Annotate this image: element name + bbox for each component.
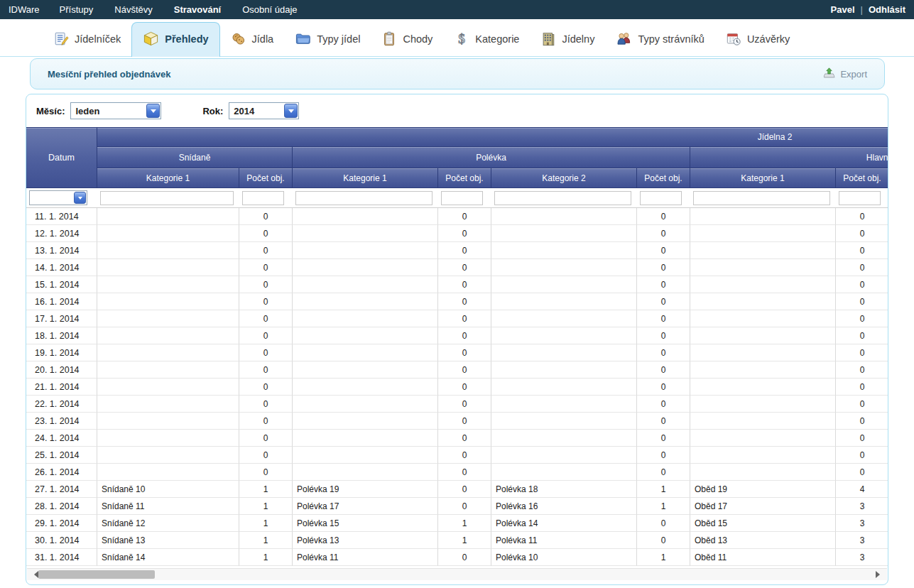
chevron-down-icon[interactable] [146,104,160,118]
tab-kategorie[interactable]: $Kategorie [443,23,530,56]
order-count-cell: 0 [239,344,293,361]
order-count-cell: 0 [239,396,293,413]
order-count-cell: 1 [438,532,491,549]
column-header-kategorie-1-7[interactable]: Kategorie 1 [690,168,836,188]
table-row[interactable]: 28. 1. 2014Snídaně 111Polévka 170Polévka… [26,498,888,515]
table-row[interactable]: 20. 1. 20140000 [26,361,888,379]
table-row[interactable]: 15. 1. 20140000 [26,276,888,293]
table-row[interactable]: 19. 1. 20140000 [26,344,888,361]
tab-jidelny[interactable]: Jídelny [530,23,605,56]
tab-typy-stravniku[interactable]: Typy strávníků [605,23,714,56]
order-count-cell: 0 [438,208,491,225]
table-row[interactable]: 16. 1. 20140000 [26,293,888,310]
column-header-pocet-obj-8[interactable]: Počet obj. [836,168,888,188]
order-count-cell: 0 [637,447,690,464]
table-row[interactable]: 21. 1. 20140000 [26,379,888,396]
calendar-clock-icon [726,31,741,47]
table-row[interactable]: 30. 1. 2014Snídaně 131Polévka 131Polévka… [26,532,888,549]
table-row[interactable]: 13. 1. 20140000 [26,242,888,259]
table-row[interactable]: 18. 1. 20140000 [26,327,888,344]
date-cell: 20. 1. 2014 [26,361,97,379]
table-row[interactable]: 26. 1. 20140000 [26,464,888,481]
order-count-cell: 0 [438,430,491,447]
order-count-cell: 0 [637,379,690,396]
category-cell: Polévka 16 [491,498,637,515]
nav-item-pristupy[interactable]: Přístupy [60,4,94,15]
category-cell: Polévka 15 [293,515,438,532]
table-row[interactable]: 29. 1. 2014Snídaně 121Polévka 151Polévka… [26,515,888,532]
category-cell [97,327,239,344]
nav-item-stravovani[interactable]: Stravování [174,4,221,15]
filter-input-pocet-obj-4[interactable] [441,191,483,205]
table-row[interactable]: 22. 1. 20140000 [26,396,888,413]
filter-input-kategorie-2-5[interactable] [494,191,631,205]
nav-item-osobni-udaje[interactable]: Osobní údaje [242,4,297,15]
category-cell [97,413,239,430]
date-filter-select[interactable] [29,190,87,205]
order-count-cell: 0 [438,498,491,515]
table-row[interactable]: 24. 1. 20140000 [26,430,888,447]
table-row[interactable]: 12. 1. 20140000 [26,225,888,242]
tab-label: Uzávěrky [747,33,790,45]
tab-jidla[interactable]: Jídla [220,23,285,56]
table-row[interactable]: 14. 1. 20140000 [26,259,888,276]
order-count-cell: 0 [438,259,491,276]
table-row[interactable]: 23. 1. 20140000 [26,413,888,430]
table-row[interactable]: 11. 1. 20140000 [26,208,888,225]
filter-input-kategorie-1-3[interactable] [295,191,432,205]
navbar-items: PřístupyNávštěvyStravováníOsobní údaje [60,4,298,15]
order-count-cell: 4 [836,481,888,498]
order-count-cell: 0 [637,208,690,225]
column-header-kategorie-2-5[interactable]: Kategorie 2 [491,168,637,188]
order-count-cell: 0 [438,361,491,379]
column-header-kategorie-1-3[interactable]: Kategorie 1 [293,168,438,188]
table-row[interactable]: 31. 1. 2014Snídaně 141Polévka 110Polévka… [26,549,888,566]
date-cell: 14. 1. 2014 [26,259,97,276]
export-button[interactable]: Export [823,67,867,81]
chevron-down-icon[interactable] [284,104,298,118]
filter-input-pocet-obj-2[interactable] [242,191,284,205]
category-cell: Snídaně 10 [97,481,239,498]
tab-prehledy[interactable]: Přehledy [131,22,219,57]
category-cell [293,447,438,464]
nav-item-navstevy[interactable]: Návštěvy [114,4,152,15]
month-select[interactable]: leden [70,102,161,119]
order-count-cell: 0 [239,310,293,327]
tab-chody[interactable]: Chody [371,23,443,56]
order-count-cell: 0 [637,293,690,310]
filter-input-pocet-obj-8[interactable] [839,191,881,205]
tab-typy-jidel[interactable]: Typy jídel [284,23,371,56]
logout-link[interactable]: Odhlásit [869,4,905,15]
chevron-down-icon[interactable] [74,192,86,204]
category-cell: Oběd 13 [690,532,836,549]
filter-input-pocet-obj-6[interactable] [640,191,682,205]
scroll-right-arrow-icon[interactable] [876,571,883,578]
app-logo[interactable]: IDWare [9,4,40,15]
scroll-left-arrow-icon[interactable] [31,571,38,578]
tab-label: Typy jídel [317,33,360,45]
order-count-cell: 0 [836,344,888,361]
order-count-cell: 0 [637,225,690,242]
user-name[interactable]: Pavel [831,4,855,15]
horizontal-scrollbar[interactable] [27,568,887,580]
date-column-header[interactable]: Datum [26,127,97,188]
folder-icon [295,31,311,47]
table-row[interactable]: 25. 1. 20140000 [26,447,888,464]
order-count-cell: 0 [239,242,293,259]
year-select[interactable]: 2014 [229,102,299,119]
tab-jidelnicek[interactable]: Jídelníček [43,23,131,56]
filter-input-kategorie-1-1[interactable] [100,191,234,205]
scrollbar-thumb[interactable] [38,570,155,579]
column-header-pocet-obj-6[interactable]: Počet obj. [637,168,690,188]
category-cell: Polévka 13 [293,532,438,549]
column-header-kategorie-1-1[interactable]: Kategorie 1 [97,168,239,188]
orders-grid-viewport: Datum Jídelna 2 SnídaněPolévkaHlavní cho… [26,127,888,566]
category-cell [690,293,836,310]
filter-input-kategorie-1-7[interactable] [693,191,830,205]
filter-cell [239,188,293,208]
tab-uzaverky[interactable]: Uzávěrky [715,23,800,56]
column-header-pocet-obj-4[interactable]: Počet obj. [438,168,491,188]
table-row[interactable]: 27. 1. 2014Snídaně 101Polévka 190Polévka… [26,481,888,498]
table-row[interactable]: 17. 1. 20140000 [26,310,888,327]
column-header-pocet-obj-2[interactable]: Počet obj. [239,168,293,188]
